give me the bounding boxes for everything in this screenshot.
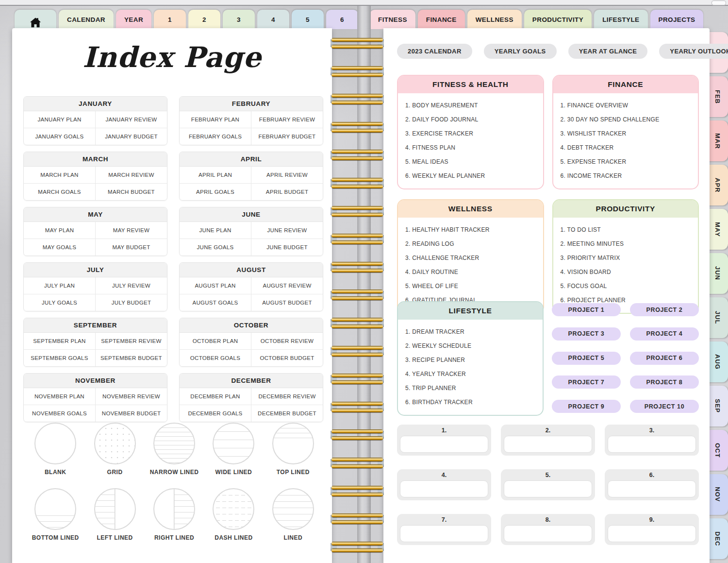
project-button[interactable]: PROJECT 4 [630, 327, 699, 341]
project-button[interactable]: PROJECT 1 [552, 303, 621, 316]
month-review-link[interactable]: JULY REVIEW [96, 277, 167, 294]
month-plan-link[interactable]: FEBRUARY PLAN [180, 111, 251, 128]
month-review-link[interactable]: OCTOBER REVIEW [251, 333, 323, 349]
month-goals-link[interactable]: SEPTEMBER GOALS [24, 350, 95, 366]
right-tab[interactable]: LIFESTYLE [594, 10, 647, 29]
side-tab-month[interactable]: APR [707, 165, 728, 205]
side-tab-month[interactable]: AUG [707, 341, 728, 382]
project-button[interactable]: PROJECT 3 [552, 327, 621, 341]
project-button[interactable]: PROJECT 10 [630, 400, 699, 413]
page-style-option[interactable]: NARROW LINED [145, 423, 204, 476]
month-goals-link[interactable]: MARCH GOALS [24, 184, 95, 200]
category-link[interactable]: 2. 30 DAY NO SPEND CHALLENGE [561, 112, 692, 126]
side-tab-month[interactable]: FEB [707, 76, 728, 117]
side-tab-month[interactable]: MAR [707, 120, 728, 161]
left-tab[interactable]: 3 [223, 10, 255, 29]
category-link[interactable]: 5. MEAL IDEAS [405, 154, 536, 169]
page-style-option[interactable]: GRID [85, 423, 144, 476]
category-link[interactable]: 1. DREAM TRACKER [405, 324, 536, 339]
side-tab-month[interactable]: JUN [707, 253, 728, 294]
month-review-link[interactable]: JANUARY REVIEW [96, 111, 167, 128]
month-budget-link[interactable]: JUNE BUDGET [251, 239, 323, 256]
month-plan-link[interactable]: OCTOBER PLAN [180, 333, 251, 349]
scrollbar-thumb[interactable] [711, 0, 726, 5]
category-link[interactable]: 3. RECIPE PLANNER [405, 353, 536, 367]
category-link[interactable]: 4. VISION BOARD [561, 265, 692, 279]
month-budget-link[interactable]: NOVEMBER BUDGET [96, 405, 167, 422]
left-tab[interactable]: 6 [326, 10, 358, 29]
month-plan-link[interactable]: NOVEMBER PLAN [24, 388, 95, 405]
slot-input[interactable] [400, 480, 488, 497]
side-tab-month[interactable]: OCT [707, 430, 728, 471]
year-link-button[interactable]: YEARLY GOALS [484, 44, 557, 59]
month-goals-link[interactable]: AUGUST GOALS [180, 294, 251, 311]
month-review-link[interactable]: NOVEMBER REVIEW [96, 388, 167, 405]
category-link[interactable]: 6. WEEKLY MEAL PLANNER [405, 169, 536, 183]
month-goals-link[interactable]: JANUARY GOALS [24, 128, 95, 145]
month-plan-link[interactable]: AUGUST PLAN [180, 277, 251, 294]
month-budget-link[interactable]: DECEMBER BUDGET [251, 405, 323, 422]
side-tab-month[interactable]: JUL [707, 297, 728, 338]
month-review-link[interactable]: MARCH REVIEW [96, 167, 167, 183]
month-budget-link[interactable]: SEPTEMBER BUDGET [96, 350, 167, 366]
month-review-link[interactable]: APRIL REVIEW [251, 167, 323, 183]
month-budget-link[interactable]: MAY BUDGET [96, 239, 167, 256]
month-review-link[interactable]: DECEMBER REVIEW [251, 388, 323, 405]
month-goals-link[interactable]: FEBRUARY GOALS [180, 128, 251, 145]
page-style-option[interactable]: DASH LINED [204, 488, 263, 541]
month-plan-link[interactable]: JANUARY PLAN [24, 111, 95, 128]
slot-input[interactable] [400, 525, 488, 542]
month-plan-link[interactable]: MARCH PLAN [24, 167, 95, 183]
month-review-link[interactable]: AUGUST REVIEW [251, 277, 323, 294]
month-review-link[interactable]: SEPTEMBER REVIEW [96, 333, 167, 349]
page-style-option[interactable]: BOTTOM LINED [26, 488, 85, 541]
year-link-button[interactable]: YEAR AT GLANCE [568, 44, 648, 59]
left-tab[interactable]: YEAR [116, 10, 151, 29]
project-button[interactable]: PROJECT 6 [630, 352, 699, 365]
side-tab-month[interactable]: DEC [707, 518, 728, 559]
month-budget-link[interactable]: FEBRUARY BUDGET [251, 128, 323, 145]
page-style-option[interactable]: WIDE LINED [204, 423, 263, 476]
side-tab-month[interactable]: NOV [707, 474, 728, 515]
slot-input[interactable] [608, 480, 696, 497]
page-style-option[interactable]: RIGHT LINED [145, 488, 204, 541]
left-tab[interactable]: 1 [154, 10, 186, 29]
category-link[interactable]: 5. EXPENSE TRACKER [561, 154, 692, 169]
slot-input[interactable] [504, 480, 592, 497]
month-goals-link[interactable]: JUNE GOALS [180, 239, 251, 256]
month-budget-link[interactable]: OCTOBER BUDGET [251, 350, 323, 366]
month-plan-link[interactable]: SEPTEMBER PLAN [24, 333, 95, 349]
side-tab-month[interactable]: SEP [707, 386, 728, 427]
month-goals-link[interactable]: DECEMBER GOALS [180, 405, 251, 422]
slot-input[interactable] [504, 436, 592, 453]
category-link[interactable]: 3. EXERCISE TRACKER [405, 126, 536, 140]
month-plan-link[interactable]: MAY PLAN [24, 222, 95, 239]
left-tab[interactable]: 4 [257, 10, 289, 29]
right-tab[interactable]: FITNESS [370, 10, 415, 29]
project-button[interactable]: PROJECT 5 [552, 352, 621, 365]
category-link[interactable]: 5. WHEEL OF LIFE [405, 279, 536, 293]
right-tab[interactable]: WELLNESS [467, 10, 522, 29]
month-review-link[interactable]: FEBRUARY REVIEW [251, 111, 323, 128]
page-style-option[interactable]: TOP LINED [264, 423, 323, 476]
category-link[interactable]: 4. DAILY ROUTINE [405, 265, 536, 279]
category-link[interactable]: 6. BIRTHDAY TRACKER [405, 395, 536, 409]
category-link[interactable]: 5. TRIP PLANNER [405, 381, 536, 395]
category-link[interactable]: 4. DEBT TRACKER [561, 140, 692, 154]
category-link[interactable]: 5. FOCUS GOAL [561, 279, 692, 293]
category-link[interactable]: 1. HEALTHY HABIT TRACKER [405, 222, 536, 237]
right-tab[interactable]: PROJECTS [650, 10, 704, 29]
category-link[interactable]: 1. BODY MEASUREMENT [405, 98, 536, 112]
slot-input[interactable] [400, 436, 488, 453]
category-link[interactable]: 1. TO DO LIST [561, 222, 692, 237]
category-link[interactable]: 2. READING LOG [405, 237, 536, 251]
month-review-link[interactable]: MAY REVIEW [96, 222, 167, 239]
left-tab[interactable]: 2 [188, 10, 220, 29]
left-tab[interactable]: 5 [292, 10, 324, 29]
side-tab-month[interactable]: MAY [707, 209, 728, 250]
month-budget-link[interactable]: AUGUST BUDGET [251, 294, 323, 311]
slot-input[interactable] [504, 525, 592, 542]
category-link[interactable]: 3. PRIORITY MATRIX [561, 251, 692, 265]
month-plan-link[interactable]: JULY PLAN [24, 277, 95, 294]
category-link[interactable]: 1. FINANCE OVERVIEW [561, 98, 692, 112]
